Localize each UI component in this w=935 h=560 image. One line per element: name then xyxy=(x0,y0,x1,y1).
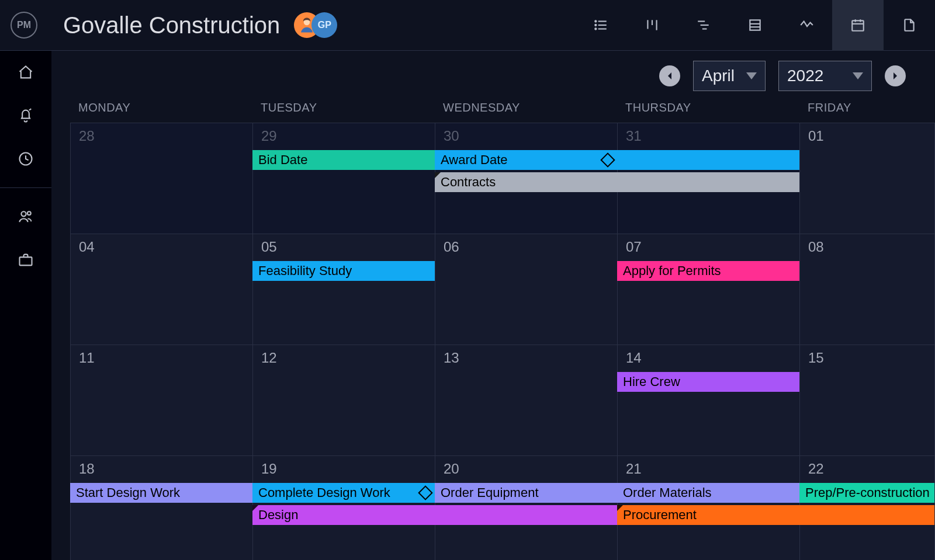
day-number: 20 xyxy=(444,461,459,477)
svg-point-4 xyxy=(595,20,596,22)
day-cell[interactable]: 14 Hire Crew xyxy=(618,345,800,456)
event-hire-crew[interactable]: Hire Crew xyxy=(617,372,799,392)
day-number: 15 xyxy=(808,350,824,366)
event-design-continued[interactable] xyxy=(435,505,618,525)
day-cell[interactable]: 11 xyxy=(71,345,253,456)
app-logo[interactable]: PM xyxy=(11,12,37,39)
event-apply-permits[interactable]: Apply for Permits xyxy=(617,261,799,281)
event-award-date[interactable]: Award Date xyxy=(435,150,618,170)
view-tab-list[interactable] xyxy=(575,0,626,51)
day-cell[interactable]: 29 Bid Date xyxy=(253,123,435,234)
day-number: 06 xyxy=(444,239,459,255)
corner-icon xyxy=(252,505,258,511)
event-contracts[interactable]: Contracts xyxy=(435,172,618,192)
month-label: April xyxy=(702,67,735,85)
event-prep[interactable]: Prep/Pre-construction xyxy=(799,483,934,503)
event-contracts-continued[interactable] xyxy=(617,172,799,192)
month-selector[interactable]: April xyxy=(693,61,766,91)
event-complete-design[interactable]: Complete Design Work xyxy=(252,483,435,503)
briefcase-icon[interactable] xyxy=(17,251,34,269)
day-number: 07 xyxy=(626,239,642,255)
day-number: 18 xyxy=(79,461,95,477)
people-icon[interactable] xyxy=(17,208,34,225)
event-order-materials[interactable]: Order Materials xyxy=(617,483,800,503)
day-number: 11 xyxy=(79,350,95,366)
day-number: 05 xyxy=(261,239,277,255)
project-title: Govalle Construction xyxy=(63,12,280,39)
day-cell[interactable]: 01 xyxy=(800,123,935,234)
chevron-down-icon xyxy=(853,72,863,79)
view-tab-files[interactable] xyxy=(884,0,935,51)
day-cell[interactable]: 28 xyxy=(71,123,253,234)
day-cell[interactable]: 08 xyxy=(800,234,935,345)
day-cell[interactable]: 20 Order Equipment xyxy=(435,456,618,560)
chevron-down-icon xyxy=(746,72,757,79)
day-number: 01 xyxy=(808,128,824,144)
day-number: 14 xyxy=(626,350,642,366)
event-feasibility[interactable]: Feasibility Study xyxy=(252,261,435,281)
day-cell[interactable]: 05 Feasibility Study xyxy=(253,234,435,345)
event-start-design[interactable]: Start Design Work xyxy=(70,483,253,503)
event-label: Procurement xyxy=(623,507,697,522)
svg-point-5 xyxy=(595,25,596,26)
day-of-week-header: MONDAY TUESDAY WEDNESDAY THURSDAY FRIDAY xyxy=(70,101,935,114)
avatar-user-2[interactable]: GP xyxy=(311,12,337,38)
top-bar: PM Govalle Construction GP xyxy=(0,0,935,51)
svg-point-22 xyxy=(21,211,26,216)
calendar-content: April 2022 MONDAY TUESDAY WEDNESDAY THUR… xyxy=(51,51,935,560)
svg-rect-24 xyxy=(20,257,32,265)
day-cell[interactable]: 21 Order Materials Procurement xyxy=(618,456,800,560)
day-cell[interactable]: 22 Prep/Pre-construction xyxy=(800,456,935,560)
dow-thu: THURSDAY xyxy=(617,101,799,114)
main-area: April 2022 MONDAY TUESDAY WEDNESDAY THUR… xyxy=(0,51,935,560)
day-cell[interactable]: 31 xyxy=(618,123,800,234)
milestone-icon xyxy=(600,152,615,167)
day-number: 30 xyxy=(444,128,459,144)
day-cell[interactable]: 15 xyxy=(800,345,935,456)
svg-rect-16 xyxy=(852,20,864,30)
day-number: 12 xyxy=(261,350,277,366)
event-label: Design xyxy=(258,507,298,522)
event-order-equipment[interactable]: Order Equipment xyxy=(435,483,618,503)
event-label: Award Date xyxy=(441,152,508,167)
svg-point-23 xyxy=(27,211,31,215)
assignee-avatars[interactable]: GP xyxy=(294,12,337,38)
clock-icon[interactable] xyxy=(17,150,34,168)
view-tabs xyxy=(575,0,935,51)
svg-line-20 xyxy=(29,109,32,110)
day-cell[interactable]: 13 xyxy=(435,345,618,456)
day-cell[interactable]: 06 xyxy=(435,234,618,345)
home-icon[interactable] xyxy=(17,64,34,81)
day-number: 29 xyxy=(261,128,277,144)
event-design[interactable]: Design xyxy=(252,505,435,525)
day-number: 08 xyxy=(808,239,824,255)
event-bid-date[interactable]: Bid Date xyxy=(252,150,435,170)
day-cell[interactable]: 07 Apply for Permits xyxy=(618,234,800,345)
year-selector[interactable]: 2022 xyxy=(778,61,872,91)
day-cell[interactable]: 19 Complete Design Work Design xyxy=(253,456,435,560)
day-cell[interactable]: 30 Award Date Contracts xyxy=(435,123,618,234)
day-number: 21 xyxy=(626,461,642,477)
bell-icon[interactable] xyxy=(17,107,34,124)
svg-rect-13 xyxy=(750,20,760,30)
milestone-icon xyxy=(418,485,432,500)
calendar: MONDAY TUESDAY WEDNESDAY THURSDAY FRIDAY… xyxy=(51,101,935,560)
dow-fri: FRIDAY xyxy=(799,101,935,114)
view-tab-gantt[interactable] xyxy=(678,0,729,51)
day-cell[interactable]: 12 xyxy=(253,345,435,456)
event-procurement[interactable]: Procurement xyxy=(617,505,800,525)
year-label: 2022 xyxy=(787,67,823,85)
day-cell[interactable]: 18 Start Design Work xyxy=(71,456,253,560)
day-cell[interactable]: 04 xyxy=(71,234,253,345)
view-tab-dashboard[interactable] xyxy=(781,0,832,51)
view-tab-calendar[interactable] xyxy=(832,0,884,51)
event-procurement-continued[interactable] xyxy=(799,505,934,525)
day-number: 31 xyxy=(626,128,642,144)
event-award-date-continued[interactable] xyxy=(617,150,799,170)
view-tab-sheet[interactable] xyxy=(729,0,781,51)
day-number: 28 xyxy=(79,128,95,144)
next-month-button[interactable] xyxy=(885,65,906,86)
view-tab-board[interactable] xyxy=(626,0,678,51)
prev-month-button[interactable] xyxy=(659,65,680,86)
corner-icon xyxy=(617,505,623,511)
